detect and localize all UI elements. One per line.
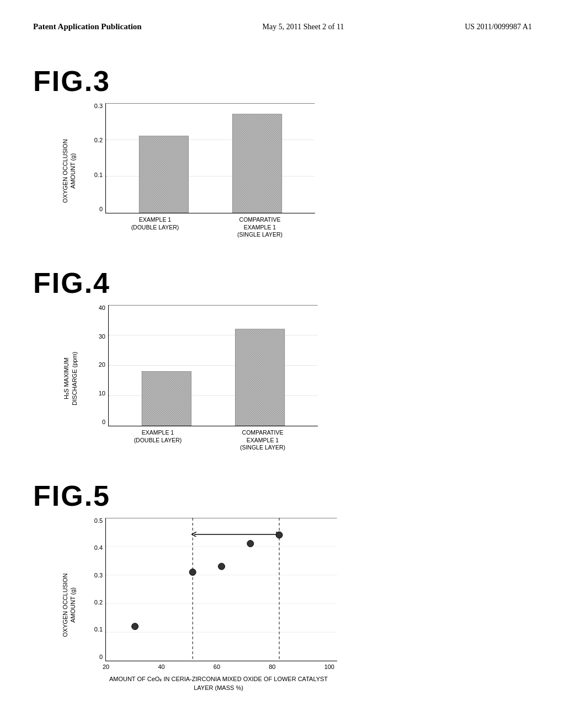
fig5-y-ticks: 0 0.1 0.2 0.3 0.4 0.5 <box>86 518 103 661</box>
page: Patent Application Publication May 5, 20… <box>0 0 565 728</box>
fig4-chart-inner: 0 10 20 30 40 <box>89 305 532 426</box>
fig3-title: FIG.3 <box>33 65 532 98</box>
fig5-x-tick-20: 20 <box>103 663 109 670</box>
fig3-chart-inner: 0 0.1 0.2 0.3 <box>86 103 532 213</box>
fig3-x-labels: EXAMPLE 1(DOUBLE LAYER) COMPARATIVEEXAMP… <box>103 216 312 239</box>
header-patent-number: US 2011/0099987 A1 <box>465 23 532 31</box>
fig5-y-tick-4: 0.4 <box>86 545 103 551</box>
fig3-x-label-1: EXAMPLE 1(DOUBLE LAYER) <box>103 216 207 239</box>
fig4-y-tick-4: 40 <box>89 305 105 311</box>
fig5-y-tick-3: 0.3 <box>86 572 103 579</box>
fig4-y-tick-0: 0 <box>89 419 105 425</box>
fig5-scatter-chart <box>105 518 337 661</box>
fig5-x-axis-label: AMOUNT OF CeO₂ IN CERIA-ZIRCONIA MIXED O… <box>103 675 334 693</box>
fig5-x-tick-60: 60 <box>214 663 220 670</box>
header-publication-title: Patent Application Publication <box>33 22 142 31</box>
svg-point-46 <box>189 569 196 575</box>
fig3-chart-area: OXYGEN OCCLUSIONAMOUNT (g) 0 0.1 0.2 0.3 <box>55 103 532 239</box>
fig3-y-ticks: 0 0.1 0.2 0.3 <box>86 103 103 213</box>
fig4-y-tick-2: 20 <box>89 362 105 368</box>
svg-rect-11 <box>232 114 282 213</box>
fig3-chart: 0 0.1 0.2 0.3 <box>86 103 532 239</box>
fig4-y-axis-label: H₂S MAXIMUMDISCHARGE (ppm) <box>55 305 86 452</box>
figure-4: FIG.4 H₂S MAXIMUMDISCHARGE (ppm) 0 10 20… <box>33 266 532 452</box>
svg-rect-10 <box>139 136 189 213</box>
fig4-x-label-1: EXAMPLE 1(DOUBLE LAYER) <box>105 429 210 452</box>
figure-5: FIG.5 OXYGEN OCCLUSIONAMOUNT (g) 0 0.1 0… <box>33 479 532 693</box>
fig5-title: FIG.5 <box>33 479 532 512</box>
fig5-y-tick-0: 0 <box>86 654 103 660</box>
fig5-y-tick-2: 0.2 <box>86 599 103 606</box>
svg-point-47 <box>218 563 225 570</box>
fig5-chart: 0 0.1 0.2 0.3 0.4 0.5 <box>86 518 532 693</box>
fig5-x-tick-labels: 20 40 60 80 100 <box>103 663 334 670</box>
fig3-y-tick-3: 0.3 <box>86 103 103 109</box>
fig4-title: FIG.4 <box>33 266 532 299</box>
fig5-x-tick-100: 100 <box>324 663 334 670</box>
svg-rect-25 <box>235 329 285 426</box>
fig4-chart: 0 10 20 30 40 <box>89 305 532 452</box>
svg-point-48 <box>247 540 254 547</box>
figure-3: FIG.3 OXYGEN OCCLUSIONAMOUNT (g) 0 0.1 0… <box>33 65 532 239</box>
fig4-y-tick-3: 30 <box>89 334 105 340</box>
fig5-y-tick-1: 0.1 <box>86 627 103 633</box>
svg-rect-24 <box>142 371 191 426</box>
fig5-y-axis-label: OXYGEN OCCLUSIONAMOUNT (g) <box>55 518 83 693</box>
fig3-y-tick-1: 0.1 <box>86 172 103 178</box>
fig4-chart-area: H₂S MAXIMUMDISCHARGE (ppm) 0 10 20 30 40 <box>55 305 532 452</box>
svg-point-49 <box>276 532 282 538</box>
fig4-y-tick-1: 10 <box>89 390 105 397</box>
fig5-y-tick-5: 0.5 <box>86 518 103 524</box>
svg-point-45 <box>132 623 138 630</box>
fig5-x-tick-80: 80 <box>269 663 275 670</box>
fig3-y-tick-2: 0.2 <box>86 137 103 143</box>
fig5-chart-area: OXYGEN OCCLUSIONAMOUNT (g) 0 0.1 0.2 0.3… <box>55 518 532 693</box>
fig3-x-label-2: COMPARATIVEEXAMPLE 1(SINGLE LAYER) <box>207 216 312 239</box>
fig4-x-labels: EXAMPLE 1(DOUBLE LAYER) COMPARATIVEEXAMP… <box>105 429 315 452</box>
fig3-y-tick-0: 0 <box>86 206 103 212</box>
fig4-y-ticks: 0 10 20 30 40 <box>89 305 105 426</box>
fig3-y-axis-label: OXYGEN OCCLUSIONAMOUNT (g) <box>55 103 83 239</box>
fig3-bar-chart <box>105 103 315 213</box>
fig4-bar-chart <box>108 305 318 426</box>
header-date-sheet: May 5, 2011 Sheet 2 of 11 <box>263 23 344 31</box>
fig5-chart-inner: 0 0.1 0.2 0.3 0.4 0.5 <box>86 518 532 661</box>
fig4-x-label-2: COMPARATIVEEXAMPLE 1(SINGLE LAYER) <box>210 429 315 452</box>
fig5-x-tick-40: 40 <box>158 663 164 670</box>
header: Patent Application Publication May 5, 20… <box>33 22 532 31</box>
